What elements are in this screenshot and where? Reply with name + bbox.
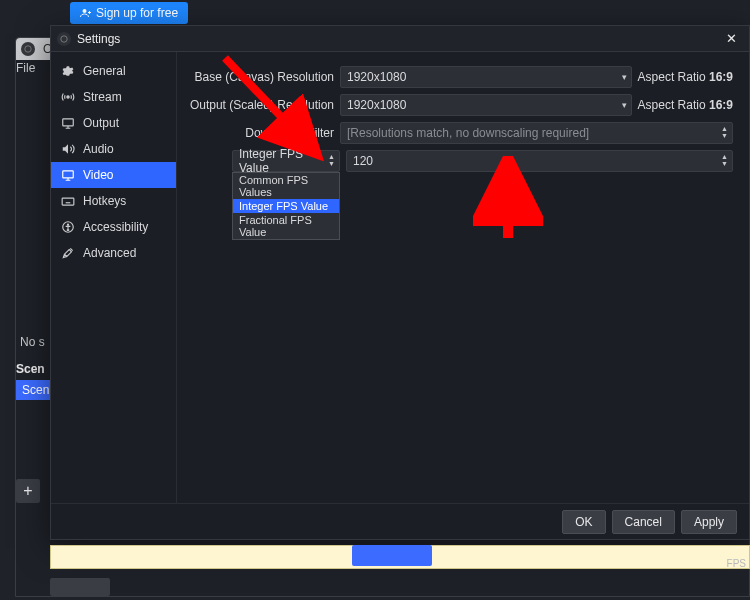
sidebar-item-label: Video	[83, 168, 113, 182]
sidebar-item-audio[interactable]: Audio	[51, 136, 176, 162]
downscale-filter-label: Downscale Filter	[177, 126, 340, 140]
fps-option-integer[interactable]: Integer FPS Value	[233, 199, 339, 213]
sidebar-item-general[interactable]: General	[51, 58, 176, 84]
svg-rect-6	[63, 119, 74, 126]
settings-dialog: Settings ✕ General Stream Output Audio	[50, 25, 750, 540]
status-fps-text: FPS	[727, 558, 750, 569]
bottom-addon-button[interactable]	[50, 578, 110, 596]
base-aspect-ratio: Aspect Ratio 16:9	[638, 70, 733, 84]
ok-button[interactable]: OK	[562, 510, 605, 534]
svg-point-10	[67, 224, 68, 225]
settings-footer: OK Cancel Apply	[51, 503, 749, 539]
scaled-resolution-label: Output (Scaled) Resolution	[177, 98, 340, 112]
broadcast-icon	[61, 90, 75, 104]
scaled-aspect-ratio: Aspect Ratio 16:9	[638, 98, 733, 112]
add-scene-button[interactable]: +	[16, 479, 40, 503]
no-sources-text: No s	[20, 335, 45, 349]
signup-label: Sign up for free	[96, 6, 178, 20]
sidebar-item-stream[interactable]: Stream	[51, 84, 176, 110]
monitor-icon	[61, 168, 75, 182]
fps-option-fractional[interactable]: Fractional FPS Value	[233, 213, 339, 239]
scaled-resolution-select[interactable]: 1920x1080 ▾	[340, 94, 632, 116]
scenes-panel-header: Scen	[16, 358, 50, 380]
spin-icon: ▲▼	[721, 125, 728, 139]
warning-bar-button[interactable]	[352, 545, 432, 566]
base-resolution-label: Base (Canvas) Resolution	[177, 70, 340, 84]
keyboard-icon	[61, 194, 75, 208]
settings-window-icon	[57, 32, 71, 46]
fps-type-select[interactable]: Integer FPS Value ▲▼	[232, 150, 340, 172]
sidebar-item-label: Hotkeys	[83, 194, 126, 208]
settings-close-button[interactable]: ✕	[719, 29, 743, 49]
settings-titlebar[interactable]: Settings ✕	[51, 26, 749, 52]
settings-sidebar: General Stream Output Audio Video Hotkey…	[51, 52, 177, 503]
downscale-filter-select[interactable]: [Resolutions match, no downscaling requi…	[340, 122, 733, 144]
sidebar-item-label: Advanced	[83, 246, 136, 260]
spin-icon: ▲▼	[328, 153, 335, 167]
sidebar-item-label: Stream	[83, 90, 122, 104]
menu-file[interactable]: File	[16, 61, 35, 75]
svg-point-0	[83, 9, 87, 13]
output-icon	[61, 116, 75, 130]
cancel-button[interactable]: Cancel	[612, 510, 675, 534]
fps-type-dropdown: Common FPS Values Integer FPS Value Frac…	[232, 172, 340, 240]
sidebar-item-label: Accessibility	[83, 220, 148, 234]
accessibility-icon	[61, 220, 75, 234]
gear-icon	[61, 64, 75, 78]
svg-rect-8	[62, 198, 74, 205]
apply-button[interactable]: Apply	[681, 510, 737, 534]
person-plus-icon	[80, 7, 92, 19]
fps-value-input[interactable]: 120 ▲▼	[346, 150, 733, 172]
fps-option-common[interactable]: Common FPS Values	[233, 173, 339, 199]
svg-point-5	[67, 96, 69, 98]
app-icon	[21, 42, 35, 56]
base-resolution-select[interactable]: 1920x1080 ▾	[340, 66, 632, 88]
settings-title: Settings	[77, 32, 120, 46]
sidebar-item-label: Audio	[83, 142, 114, 156]
sidebar-item-hotkeys[interactable]: Hotkeys	[51, 188, 176, 214]
speaker-icon	[61, 142, 75, 156]
sidebar-item-advanced[interactable]: Advanced	[51, 240, 176, 266]
sidebar-item-label: General	[83, 64, 126, 78]
sidebar-item-accessibility[interactable]: Accessibility	[51, 214, 176, 240]
sidebar-item-video[interactable]: Video	[51, 162, 176, 188]
sidebar-item-label: Output	[83, 116, 119, 130]
chevron-down-icon: ▾	[622, 72, 627, 82]
signup-button[interactable]: Sign up for free	[70, 2, 188, 24]
chevron-down-icon: ▾	[622, 100, 627, 110]
sidebar-item-output[interactable]: Output	[51, 110, 176, 136]
tools-icon	[61, 246, 75, 260]
svg-point-1	[25, 46, 31, 52]
svg-point-4	[61, 35, 67, 41]
svg-rect-7	[63, 171, 74, 178]
settings-form: Base (Canvas) Resolution 1920x1080 ▾ Asp…	[177, 52, 749, 503]
spin-icon: ▲▼	[721, 153, 728, 167]
